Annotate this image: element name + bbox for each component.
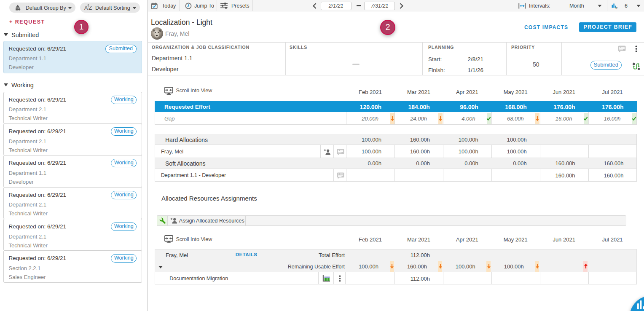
svg-text:#: #	[615, 6, 617, 9]
svg-text:A: A	[84, 5, 88, 11]
svg-text:Z: Z	[89, 5, 92, 11]
